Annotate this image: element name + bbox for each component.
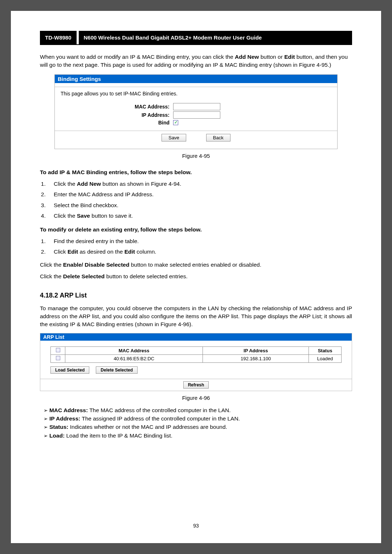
text-bold: IP Address: xyxy=(49,415,80,422)
button-row: Save Back xyxy=(61,134,331,141)
refresh-row: Refresh xyxy=(40,379,352,391)
arp-description: To manage the computer, you could observ… xyxy=(40,304,352,329)
ip-input[interactable] xyxy=(173,111,220,119)
figure-95-caption: Figure 4-95 xyxy=(40,153,352,159)
bind-label: Bind xyxy=(61,120,173,126)
panel-body: This page allows you to set IP-MAC Bindi… xyxy=(55,83,337,149)
back-button[interactable]: Back xyxy=(206,134,230,141)
col-mac: MAC Address xyxy=(65,346,203,354)
header-bar: TD-W8980 N600 Wireless Dual Band Gigabit… xyxy=(40,31,352,45)
mac-input[interactable] xyxy=(173,103,220,110)
enable-line: Click the Enable/ Disable Selected butto… xyxy=(40,261,352,269)
text: Load the item to the IP & MAC Binding li… xyxy=(65,432,172,439)
text: Click the xyxy=(40,262,63,268)
text: The MAC address of the controlled comput… xyxy=(88,407,230,413)
text: button as shown in Figure 4-94. xyxy=(101,181,181,187)
table-row: 40:61:86:E5:B2:DC 192.168.1.100 Loaded xyxy=(51,354,342,362)
add-steps-heading: To add IP & MAC Binding entries, follow … xyxy=(40,169,352,176)
delete-line: Click the Delete Selected button to dele… xyxy=(40,272,352,280)
list-item: Find the desired entry in the table. xyxy=(47,236,352,246)
text: button to delete selected entries. xyxy=(105,273,187,279)
text: The assigned IP address of the controlle… xyxy=(80,415,240,422)
save-button[interactable]: Save xyxy=(162,134,186,141)
text-bold: Delete Selected xyxy=(63,273,105,279)
load-selected-button[interactable]: Load Selected xyxy=(50,366,89,374)
list-item: Status: Indicates whether or not the MAC… xyxy=(44,423,352,431)
page-number: 93 xyxy=(40,512,352,529)
text: button to save it. xyxy=(90,213,133,219)
row-checkbox[interactable] xyxy=(56,356,60,360)
list-item: Load: Load the item to the IP & MAC Bind… xyxy=(44,431,352,440)
text-bold: Enable/ Disable Selected xyxy=(63,262,130,268)
select-all-checkbox[interactable] xyxy=(56,348,60,352)
text: Indicates whether or not the MAC and IP … xyxy=(68,424,227,430)
panel-description: This page allows you to set IP-MAC Bindi… xyxy=(61,91,331,97)
text-bold: Add New xyxy=(77,181,101,187)
refresh-button[interactable]: Refresh xyxy=(183,381,209,389)
panel-title: Binding Settings xyxy=(55,75,337,83)
checkbox-header xyxy=(51,346,65,354)
text: button or xyxy=(259,54,284,60)
list-item: Enter the MAC Address and IP Address. xyxy=(47,189,352,200)
add-steps-list: Click the Add New button as shown in Fig… xyxy=(47,178,352,221)
delete-selected-button[interactable]: Delete Selected xyxy=(96,366,138,374)
text-bold: Load: xyxy=(49,432,65,439)
document-title: N600 Wireless Dual Band Gigabit ADSL2+ M… xyxy=(79,31,352,44)
binding-settings-panel: Binding Settings This page allows you to… xyxy=(54,74,338,149)
mac-label: MAC Address: xyxy=(61,104,173,110)
text: Click xyxy=(54,249,68,255)
text: as desired on the xyxy=(78,249,124,255)
list-item: Click the Add New button as shown in Fig… xyxy=(47,178,352,189)
row-checkbox-cell xyxy=(51,354,65,362)
text: column. xyxy=(135,249,156,255)
text: When you want to add or modify an IP & M… xyxy=(40,54,235,60)
col-ip: IP Address xyxy=(203,346,309,354)
col-status: Status xyxy=(309,346,342,354)
modify-steps-list: Find the desired entry in the table. Cli… xyxy=(47,236,352,257)
text-bold: Save xyxy=(77,213,90,219)
bind-row: Bind ✓ xyxy=(61,120,331,126)
list-item: IP Address: The assigned IP address of t… xyxy=(44,414,352,423)
arp-button-row: Load Selected Delete Selected xyxy=(50,366,342,374)
text-bold: Edit xyxy=(68,249,78,255)
list-item: Click Edit as desired on the Edit column… xyxy=(47,246,352,257)
ip-row: IP Address: xyxy=(61,111,331,119)
cell-status: Loaded xyxy=(309,354,342,362)
text: Click the xyxy=(54,213,77,219)
table-header-row: MAC Address IP Address Status xyxy=(51,346,342,354)
text-bold: Add New xyxy=(235,54,259,60)
text: button to make selected entries enabled … xyxy=(129,262,261,268)
document-page: TD-W8980 N600 Wireless Dual Band Gigabit… xyxy=(11,11,381,543)
text-bold: Edit xyxy=(124,249,135,255)
intro-paragraph: When you want to add or modify an IP & M… xyxy=(40,53,352,69)
arp-table: MAC Address IP Address Status 40:61:86:E… xyxy=(50,346,342,363)
modify-steps-heading: To modify or delete an existing entry, f… xyxy=(40,226,352,233)
model-badge: TD-W8980 xyxy=(40,31,77,44)
bind-checkbox[interactable]: ✓ xyxy=(173,120,178,125)
definitions-list: MAC Address: The MAC address of the cont… xyxy=(44,406,352,440)
arp-list-heading: 4.18.2 ARP List xyxy=(40,292,352,299)
list-item: Click the Save button to save it. xyxy=(47,210,352,221)
list-item: MAC Address: The MAC address of the cont… xyxy=(44,406,352,414)
arp-list-panel: ARP List MAC Address IP Address Status 4… xyxy=(40,333,352,391)
list-item: Select the Bind checkbox. xyxy=(47,200,352,210)
text-bold: Edit xyxy=(284,54,295,60)
text-bold: Status: xyxy=(49,424,69,430)
arp-panel-title: ARP List xyxy=(40,333,352,341)
text: Click the xyxy=(54,181,77,187)
text-bold: MAC Address: xyxy=(49,407,88,413)
text: Click the xyxy=(40,273,63,279)
cell-ip: 192.168.1.100 xyxy=(203,354,309,362)
figure-96-caption: Figure 4-96 xyxy=(40,395,352,401)
cell-mac: 40:61:86:E5:B2:DC xyxy=(65,354,203,362)
mac-row: MAC Address: xyxy=(61,103,331,110)
ip-label: IP Address: xyxy=(61,112,173,118)
